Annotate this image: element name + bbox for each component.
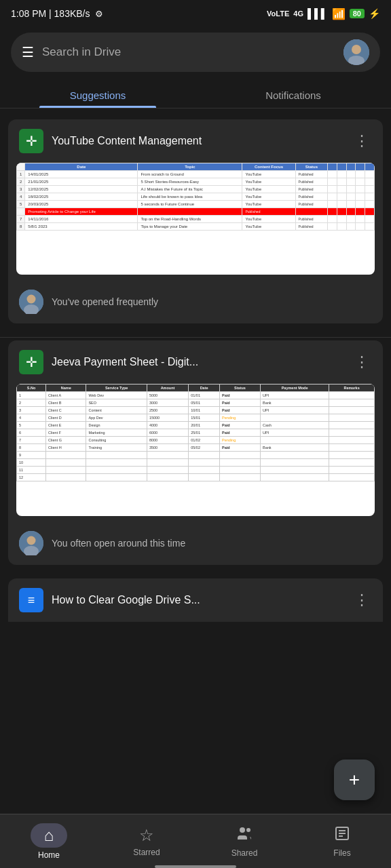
svg-point-10 (246, 828, 250, 832)
status-icons: VoLTE 4G ▌▌▌ 📶 80 ⚡ (267, 7, 380, 20)
bottom-nav: ⌂ Home ☆ Starred Shared Files (0, 814, 391, 868)
user-avatar[interactable] (343, 39, 369, 65)
people-icon (236, 825, 253, 846)
nav-home-bg: ⌂ (31, 823, 68, 848)
svg-point-7 (27, 536, 36, 545)
nav-label-home: Home (38, 850, 60, 860)
spreadsheet-icon-youtube: ✛ (19, 129, 43, 153)
sheets-icon: ✛ (26, 133, 37, 149)
network-4g-icon: 4G (293, 9, 303, 18)
tab-notifications[interactable]: Notifications (196, 80, 391, 108)
status-speed: 183KB/s (54, 8, 90, 19)
nav-item-files[interactable]: Files (293, 814, 391, 868)
nav-item-home[interactable]: ⌂ Home (0, 814, 98, 868)
avatar-face (343, 39, 369, 65)
file-name-partial[interactable]: How to Clear Google Drive S... (52, 594, 343, 606)
file-header-jeeva: ✛ Jeeva Payment Sheet - Digit... ⋮ (8, 340, 383, 384)
hint-text-youtube: You've opened frequently (52, 296, 158, 307)
doc-icon-partial: ≡ (19, 588, 43, 612)
settings-icon[interactable]: ⚙ (95, 9, 103, 19)
hint-text-jeeva: You often open around this time (52, 538, 185, 549)
svg-point-9 (240, 827, 245, 833)
battery-icon: 80 (350, 9, 365, 18)
partial-file-header: ≡ How to Clear Google Drive S... ⋮ (8, 578, 383, 622)
fab-plus-icon: + (349, 769, 360, 791)
home-icon: ⌂ (44, 826, 54, 844)
file-header-youtube: ✛ YouTube Content Management ⋮ (8, 119, 383, 163)
svg-point-4 (27, 295, 36, 304)
files-icon (334, 825, 350, 846)
home-indicator (155, 865, 236, 868)
file-name-youtube[interactable]: YouTube Content Management (52, 135, 343, 147)
nav-label-files: Files (333, 848, 350, 858)
file-name-jeeva[interactable]: Jeeva Payment Sheet - Digit... (52, 356, 343, 368)
doc-icon-symbol: ≡ (28, 593, 35, 608)
tab-suggestions[interactable]: Suggestions (0, 80, 196, 108)
nav-item-shared[interactable]: Shared (196, 814, 293, 868)
hint-row-youtube: You've opened frequently (8, 283, 383, 323)
file-preview-youtube[interactable]: Date Topic Content Focus Status 1 14/01/… (16, 163, 375, 275)
hamburger-menu-icon[interactable]: ☰ (22, 44, 34, 60)
nav-label-starred: Starred (133, 848, 160, 857)
nav-item-starred[interactable]: ☆ Starred (98, 814, 196, 868)
file-card-youtube: ✛ YouTube Content Management ⋮ Date Topi… (8, 119, 383, 323)
tabs-container: Suggestions Notifications (0, 80, 391, 108)
status-time: 1:08 PM (11, 8, 46, 19)
more-options-icon-jeeva[interactable]: ⋮ (352, 351, 372, 374)
star-icon: ☆ (139, 826, 154, 845)
wifi-icon: 📶 (332, 7, 346, 20)
hint-row-jeeva: You often open around this time (8, 524, 383, 565)
spreadsheet-icon-jeeva: ✛ (19, 350, 43, 374)
hint-avatar-youtube (19, 290, 43, 314)
more-options-icon-youtube[interactable]: ⋮ (352, 130, 372, 153)
more-options-icon-partial[interactable]: ⋮ (352, 589, 372, 612)
fab-new-button[interactable]: + (334, 760, 375, 800)
content-area: ✛ YouTube Content Management ⋮ Date Topi… (0, 108, 391, 633)
charging-icon: ⚡ (369, 8, 380, 19)
file-preview-jeeva[interactable]: S.No Name Service Type Amount Date Statu… (16, 384, 375, 516)
volte-icon: VoLTE (267, 9, 289, 18)
search-bar[interactable]: ☰ Search in Drive (11, 33, 380, 72)
sheets-icon-2: ✛ (26, 354, 37, 370)
separator-1 (0, 337, 391, 338)
nav-label-shared: Shared (231, 848, 258, 858)
status-bar: 1:08 PM | 183KB/s ⚙ VoLTE 4G ▌▌▌ 📶 80 ⚡ (0, 0, 391, 27)
svg-point-1 (352, 45, 361, 54)
spreadsheet-preview-jeeva: S.No Name Service Type Amount Date Statu… (16, 384, 375, 516)
search-bar-container: ☰ Search in Drive (0, 27, 391, 80)
status-separator: | (49, 8, 54, 19)
file-card-partial: ≡ How to Clear Google Drive S... ⋮ (8, 578, 383, 622)
status-time-speed: 1:08 PM | 183KB/s ⚙ (11, 8, 103, 19)
signal-icon: ▌▌▌ (308, 8, 328, 19)
hint-avatar-jeeva (19, 531, 43, 555)
search-placeholder[interactable]: Search in Drive (42, 45, 335, 59)
spreadsheet-preview-youtube: Date Topic Content Focus Status 1 14/01/… (16, 163, 375, 275)
file-card-jeeva: ✛ Jeeva Payment Sheet - Digit... ⋮ S.No … (8, 340, 383, 565)
